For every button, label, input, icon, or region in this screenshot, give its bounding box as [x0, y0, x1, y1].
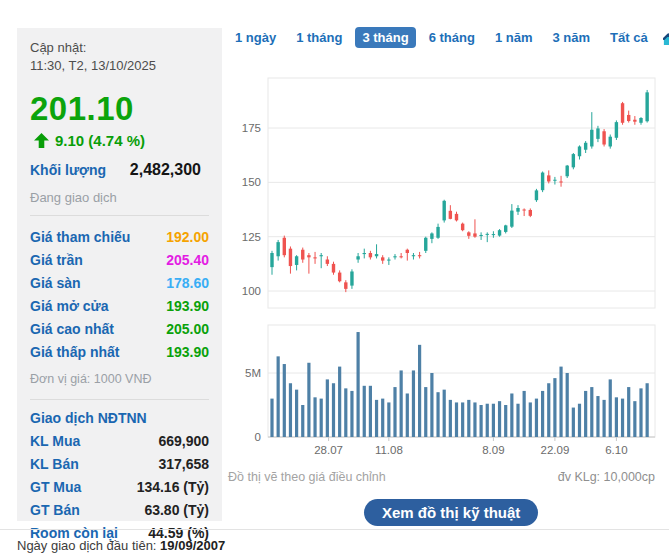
row-label: KL Bán: [30, 456, 79, 472]
info-row: Giá tham chiếu192.00: [30, 226, 209, 249]
svg-text:100: 100: [242, 285, 261, 297]
period-tab-6[interactable]: Tất cả: [603, 27, 655, 48]
svg-text:22.09: 22.09: [541, 444, 570, 456]
svg-text:11.08: 11.08: [375, 444, 403, 456]
update-time: 11:30, T2, 13/10/2025: [30, 57, 209, 75]
info-row: GT Mua134.16 (Tỷ): [30, 476, 209, 499]
period-tab-2[interactable]: 3 tháng: [355, 27, 415, 48]
svg-text:6.10: 6.10: [605, 444, 627, 456]
info-row: Giá mở cửa193.90: [30, 295, 209, 318]
row-value: 193.90: [166, 344, 209, 360]
svg-text:0: 0: [255, 431, 261, 443]
period-tab-5[interactable]: 3 năm: [545, 27, 597, 48]
row-label: GT Bán: [30, 502, 80, 518]
row-value: 193.90: [166, 298, 209, 314]
foreign-info-rows: KL Mua669,900KL Bán317,658GT Mua134.16 (…: [30, 430, 209, 545]
quote-panel: Cập nhật: 11:30, T2, 13/10/2025 201.10 9…: [17, 28, 222, 521]
divider: [30, 399, 209, 400]
row-label: Giá trần: [30, 252, 83, 268]
svg-text:5M: 5M: [245, 367, 261, 379]
chart-note: Đồ thị vẽ theo giá điều chỉnh: [228, 470, 386, 484]
svg-text:150: 150: [242, 176, 261, 188]
technical-chart-button[interactable]: Xem đồ thị kỹ thuật: [364, 499, 538, 526]
period-tab-4[interactable]: 1 năm: [488, 27, 540, 48]
chart-svg: 10012515017505M28.0711.088.0922.096.10: [228, 70, 660, 462]
first-trade-label: Ngày giao dịch đầu tiên:: [17, 538, 160, 553]
svg-text:8.09: 8.09: [482, 444, 504, 456]
row-value: 669,900: [158, 433, 209, 449]
first-trade-date-line: Ngày giao dịch đầu tiên: 19/09/2007: [17, 538, 225, 553]
update-label: Cập nhật:: [30, 39, 209, 57]
svg-text:125: 125: [242, 231, 261, 243]
row-label: Giá sàn: [30, 275, 81, 291]
area-chart-icon[interactable]: [663, 30, 669, 46]
row-label: GT Mua: [30, 479, 81, 495]
period-tab-1[interactable]: 1 tháng: [289, 27, 349, 48]
change-value: 9.10 (4.74 %): [55, 132, 145, 149]
foreign-section-title: Giao dịch NĐTNN: [30, 410, 209, 426]
last-price: 201.10: [30, 90, 209, 128]
row-value: 205.00: [166, 321, 209, 337]
price-change: 9.10 (4.74 %): [34, 132, 209, 149]
stock-chart[interactable]: 10012515017505M28.0711.088.0922.096.10: [228, 70, 660, 462]
divider: [0, 529, 669, 530]
info-row: KL Bán317,658: [30, 453, 209, 476]
info-row: GT Bán63.80 (Tỷ): [30, 499, 209, 522]
row-label: Giá cao nhất: [30, 321, 114, 337]
row-value: 205.40: [166, 252, 209, 268]
info-row: Giá thấp nhất193.90: [30, 341, 209, 364]
volume-value: 2,482,300: [130, 161, 201, 179]
row-value: 63.80 (Tỷ): [144, 502, 209, 518]
volume-label: Khối lượng: [30, 162, 106, 178]
first-trade-date: 19/09/2007: [160, 538, 225, 553]
session-status: Đang giao dịch: [30, 190, 209, 205]
divider: [30, 215, 209, 216]
info-row: Giá sàn178.60: [30, 272, 209, 295]
price-info-rows: Giá tham chiếu192.00Giá trần205.40Giá sà…: [30, 226, 209, 364]
period-tab-3[interactable]: 6 tháng: [422, 27, 482, 48]
row-label: KL Mua: [30, 433, 80, 449]
period-tabs: 1 ngày1 tháng3 tháng6 tháng1 năm3 nămTất…: [228, 27, 669, 48]
row-label: Giá thấp nhất: [30, 344, 119, 360]
info-row: Giá trần205.40: [30, 249, 209, 272]
row-value: 178.60: [166, 275, 209, 291]
row-value: 192.00: [166, 229, 209, 245]
row-value: 134.16 (Tỷ): [137, 479, 209, 495]
svg-text:28.07: 28.07: [314, 444, 343, 456]
chart-volume-unit: đv KLg: 10,000cp: [558, 470, 655, 484]
price-unit-note: Đơn vị giá: 1000 VNĐ: [30, 372, 209, 386]
row-label: Giá tham chiếu: [30, 229, 130, 245]
row-label: Giá mở cửa: [30, 298, 108, 314]
row-value: 317,658: [158, 456, 209, 472]
up-arrow-icon: [34, 133, 49, 148]
info-row: Giá cao nhất205.00: [30, 318, 209, 341]
svg-text:175: 175: [242, 122, 261, 134]
info-row: KL Mua669,900: [30, 430, 209, 453]
period-tab-0[interactable]: 1 ngày: [228, 27, 283, 48]
